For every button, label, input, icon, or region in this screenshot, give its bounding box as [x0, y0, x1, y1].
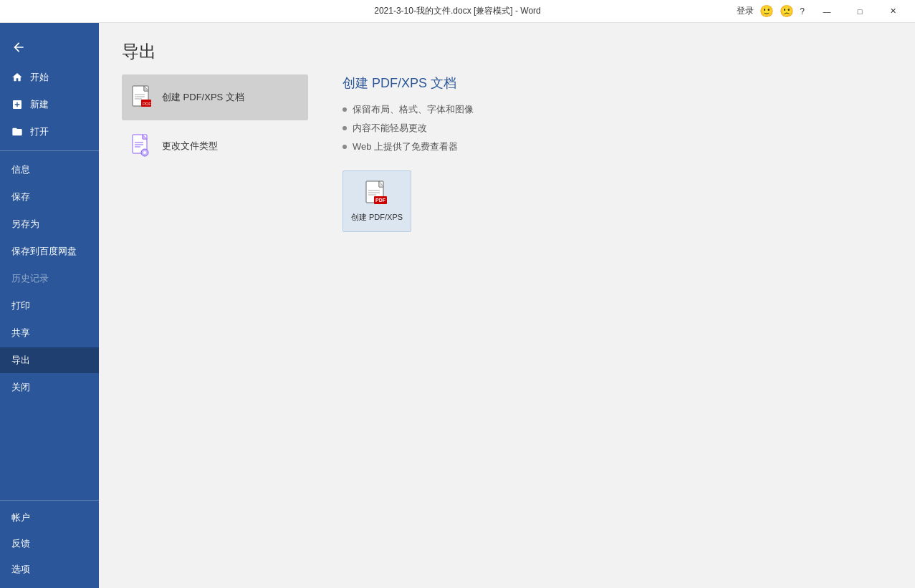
sidebar-label-close: 关闭: [11, 381, 30, 394]
sidebar-label-feedback: 反馈: [11, 537, 30, 550]
sidebar-item-new[interactable]: 新建: [0, 92, 99, 117]
sidebar-item-open[interactable]: 打开: [0, 119, 99, 145]
sidebar-label-saveas: 另存为: [11, 218, 39, 231]
bullet-item-1: 保留布局、格式、字体和图像: [342, 103, 881, 116]
sidebar-label-export: 导出: [11, 354, 30, 367]
sidebar-item-export[interactable]: 导出: [0, 347, 99, 373]
sidebar-item-info[interactable]: 信息: [0, 157, 99, 183]
sidebar-item-print[interactable]: 打印: [0, 293, 99, 319]
sidebar-item-history: 历史记录: [0, 266, 99, 291]
back-button[interactable]: [6, 34, 32, 60]
bullet-dot-3: [342, 145, 347, 149]
title-bar: 2021-3-10-我的文件.docx [兼容模式] - Word 登录 🙂 🙁…: [0, 0, 915, 23]
svg-point-11: [143, 151, 146, 154]
change-type-icon: [130, 133, 153, 159]
smiley-icon[interactable]: 🙂: [760, 4, 774, 18]
sidebar-label-new: 新建: [30, 98, 49, 111]
sidebar-bottom: 帐户 反馈 选项: [0, 496, 99, 588]
create-pdf-btn-label: 创建 PDF/XPS: [351, 212, 403, 222]
sidebar-item-close[interactable]: 关闭: [0, 375, 99, 400]
bullet-text-2: 内容不能轻易更改: [353, 122, 427, 135]
bullet-dot-2: [342, 126, 347, 130]
svg-text:PDF: PDF: [375, 198, 386, 203]
sidebar-top: 开始 新建 打开 信息 保存 另存为: [0, 23, 99, 406]
export-detail-panel: 创建 PDF/XPS 文档 保留布局、格式、字体和图像 内容不能轻易更改 Web…: [331, 74, 892, 588]
sidebar-item-feedback[interactable]: 反馈: [0, 531, 99, 556]
maximize-button[interactable]: □: [843, 0, 876, 23]
page-title: 导出: [122, 40, 892, 63]
sidebar-item-account[interactable]: 帐户: [0, 505, 99, 531]
window-title: 2021-3-10-我的文件.docx [兼容模式] - Word: [374, 5, 541, 17]
svg-text:PDF: PDF: [143, 102, 151, 106]
content-body: PDF 创建 PDF/XPS 文档: [99, 74, 915, 588]
sidebar-item-options[interactable]: 选项: [0, 556, 99, 582]
bullet-text-1: 保留布局、格式、字体和图像: [353, 103, 474, 116]
sidebar: 开始 新建 打开 信息 保存 另存为: [0, 23, 99, 588]
sidebar-item-share[interactable]: 共享: [0, 320, 99, 346]
app-body: 开始 新建 打开 信息 保存 另存为: [0, 23, 915, 588]
sidebar-item-start[interactable]: 开始: [0, 64, 99, 90]
pdf-option-icon: PDF: [130, 85, 153, 110]
sidebar-label-info: 信息: [11, 163, 30, 176]
sad-icon[interactable]: 🙁: [780, 4, 794, 18]
content-header: 导出: [99, 23, 915, 74]
create-pdf-xps-button[interactable]: PDF 创建 PDF/XPS: [342, 170, 411, 232]
export-detail-bullets: 保留布局、格式、字体和图像 内容不能轻易更改 Web 上提供了免费查看器: [342, 103, 881, 153]
sidebar-label-savebaidu: 保存到百度网盘: [11, 245, 77, 258]
sidebar-label-options: 选项: [11, 563, 30, 576]
sidebar-item-savebaidu[interactable]: 保存到百度网盘: [0, 238, 99, 264]
content-area: 导出: [99, 23, 915, 588]
export-option-create-pdf[interactable]: PDF 创建 PDF/XPS 文档: [122, 74, 308, 120]
sidebar-label-share: 共享: [11, 327, 30, 339]
login-button[interactable]: 登录: [737, 5, 754, 17]
help-button[interactable]: ?: [800, 6, 805, 16]
sidebar-item-save[interactable]: 保存: [0, 184, 99, 210]
sidebar-item-saveas[interactable]: 另存为: [0, 211, 99, 237]
bullet-item-2: 内容不能轻易更改: [342, 122, 881, 135]
title-bar-right: 登录 🙂 🙁 ? — □ ✕: [737, 0, 909, 23]
export-option-label-pdf: 创建 PDF/XPS 文档: [162, 91, 244, 104]
pdf-button-icon: PDF: [365, 180, 388, 206]
sidebar-label-print: 打印: [11, 299, 30, 312]
sidebar-label-history: 历史记录: [11, 272, 49, 285]
minimize-button[interactable]: —: [810, 0, 843, 23]
export-options-panel: PDF 创建 PDF/XPS 文档: [122, 74, 308, 588]
bullet-item-3: Web 上提供了免费查看器: [342, 140, 881, 153]
close-button[interactable]: ✕: [876, 0, 909, 23]
sidebar-label-start: 开始: [30, 71, 49, 84]
bullet-dot-1: [342, 107, 347, 112]
window-controls: — □ ✕: [810, 0, 909, 23]
export-detail-title: 创建 PDF/XPS 文档: [342, 74, 881, 92]
sidebar-label-account: 帐户: [11, 511, 30, 524]
export-option-label-change: 更改文件类型: [162, 140, 218, 153]
sidebar-label-save: 保存: [11, 191, 30, 203]
export-option-change-type[interactable]: 更改文件类型: [122, 123, 308, 169]
bullet-text-3: Web 上提供了免费查看器: [353, 140, 458, 153]
sidebar-label-open: 打开: [30, 125, 49, 138]
